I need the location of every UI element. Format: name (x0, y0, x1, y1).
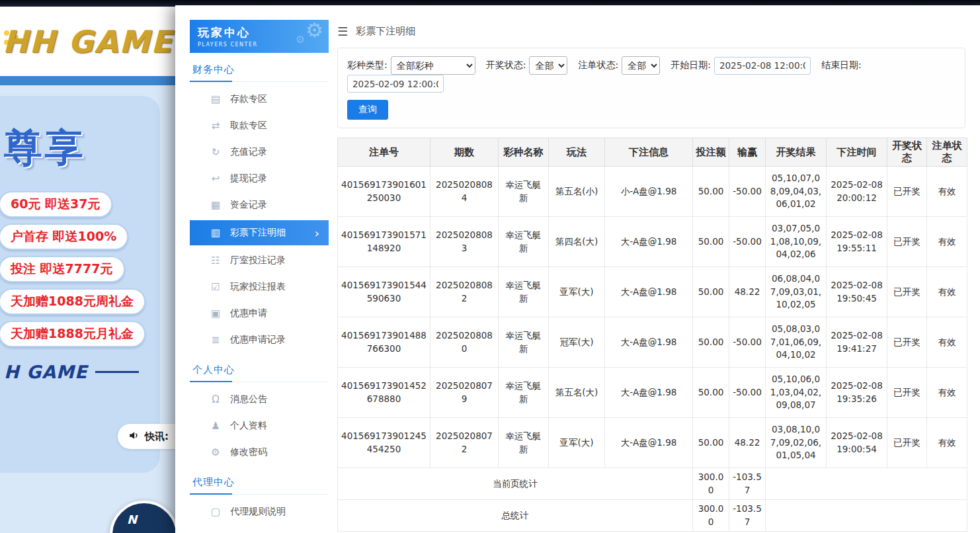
sidebar-item-lottery-bet-details[interactable]: ▥ 彩票下注明细 › (190, 220, 329, 245)
sidebar-item-deposit-zone[interactable]: ▤ 存款专区 (190, 86, 329, 112)
column-header: 彩种名称 (499, 138, 549, 167)
table-row: 401569173901601250030 20250208084 幸运飞艇新 … (338, 167, 967, 217)
cell-bet-status: 有效 (927, 267, 967, 317)
sidebar-item-label: 充值记录 (230, 146, 267, 158)
promo-banner: 尊享 60元 即送37元户首存 即送100%投注 即送7777元天加赠1088元… (0, 96, 160, 473)
cell-period: 20250208080 (430, 317, 499, 368)
end-date-label: 结束日期: (821, 60, 862, 71)
cell-draw-result: 03,08,10,07,09,02,06,01,05,04 (766, 418, 827, 468)
cell-win-loss: -50.00 (729, 317, 766, 368)
cell-bet-amount: 50.00 (693, 418, 729, 468)
draw-status-label: 开奖状态: (486, 60, 526, 71)
summary-win-loss: -103.57 (729, 468, 766, 500)
draw-status-select[interactable]: 全部 (529, 56, 567, 75)
search-button[interactable]: 查询 (347, 100, 388, 120)
promo-headline: 尊享 (4, 122, 160, 174)
cell-bet-info: 小-A盘@1.98 (605, 167, 693, 217)
sidebar-item-label: 个人资料 (230, 420, 267, 432)
bet-status-select[interactable]: 全部 (622, 56, 660, 75)
sidebar-item-player-bet-report[interactable]: ☑ 玩家投注报表 (190, 274, 329, 300)
gear-icon: ⚙ (210, 446, 222, 458)
cell-draw-result: 03,07,05,01,08,10,09,04,02,06 (766, 217, 827, 267)
summary-label: 当前页统计 (338, 468, 693, 500)
sidebar-item-agent-rules[interactable]: ▢ 代理规则说明 (190, 499, 329, 525)
news-label: 快讯: (145, 430, 169, 443)
sidebar-header: 玩家中心 PLAYERS CENTER ⚙ ⚙ (190, 20, 329, 53)
start-date-input[interactable] (714, 57, 811, 75)
sidebar-item-recharge-records[interactable]: ↻ 充值记录 (190, 139, 329, 165)
summary-bet-total: 300.00 (693, 500, 729, 532)
sidebar-item-funds-records[interactable]: ▦ 资金记录 (190, 192, 329, 218)
sidebar-item-profile[interactable]: ♟ 个人资料 (190, 413, 329, 439)
recharge-icon: ↻ (210, 146, 222, 158)
cell-bet-id: 401569173901544590630 (338, 267, 430, 317)
background-badge-circle: N (110, 501, 179, 533)
cell-bet-status: 有效 (927, 217, 967, 267)
cell-play-method: 亚军(大) (549, 418, 605, 468)
cell-bet-time: 2025-02-08 19:55:11 (827, 217, 887, 267)
page-title: 彩票下注明细 (356, 25, 415, 38)
brand-line: H GAME (4, 362, 160, 382)
cell-bet-info: 大-A盘@1.98 (605, 418, 693, 468)
cell-period: 20250208072 (430, 418, 499, 468)
document-icon: ▢ (210, 506, 222, 518)
cell-bet-amount: 50.00 (693, 368, 729, 418)
promo-icon: ▣ (210, 308, 222, 319)
content-header: ☰ 彩票下注明细 (337, 20, 965, 42)
sidebar-item-withdraw-zone[interactable]: ⇄ 取款专区 (190, 112, 329, 139)
speaker-icon (128, 430, 140, 444)
sidebar-item-agent-team-stats[interactable]: ▨ 代理团队统计 (190, 525, 329, 533)
sidebar-item-promo-apply[interactable]: ▣ 优惠申请 (190, 300, 329, 327)
summary-empty (766, 500, 967, 532)
lottery-type-select[interactable]: 全部彩种 (391, 56, 475, 75)
table-row: 401569173901488766300 20250208080 幸运飞艇新 … (338, 317, 967, 368)
sidebar-item-label: 厅室投注记录 (230, 255, 286, 266)
sidebar-item-label: 资金记录 (230, 199, 267, 211)
cell-bet-info: 大-A盘@1.98 (605, 317, 693, 368)
sidebar-item-change-password[interactable]: ⚙ 修改密码 (190, 439, 329, 466)
cell-draw-status: 已开奖 (887, 418, 927, 468)
cell-period: 20250208084 (430, 167, 499, 217)
table-row: 401569173901544590630 20250208082 幸运飞艇新 … (338, 267, 967, 317)
site-logo: HH GAME (3, 24, 173, 60)
cell-bet-id: 401569173901601250030 (338, 167, 430, 217)
column-header: 输赢 (729, 138, 766, 167)
table-row: 401569173901452678880 20250208079 幸运飞艇新 … (338, 368, 967, 418)
sidebar-item-label: 代理规则说明 (230, 506, 286, 518)
filter-panel: 彩种类型: 全部彩种 开奖状态: 全部 注单状态: 全部 开始日期: 结束日期: (337, 48, 965, 128)
column-header: 投注额 (693, 138, 729, 167)
sidebar-item-hall-bet-records[interactable]: ☷ 厅室投注记录 (190, 247, 329, 274)
cell-bet-time: 2025-02-08 19:35:26 (827, 368, 887, 418)
promo-pill-list: 60元 即送37元户首存 即送100%投注 即送7777元天加赠1088元周礼金… (0, 191, 160, 347)
cell-lottery-name: 幸运飞艇新 (499, 317, 549, 368)
brand-text: H GAME (4, 362, 87, 382)
promo-pill: 天加赠1088元周礼金 (0, 288, 145, 315)
deposit-icon: ▤ (210, 93, 222, 105)
menu-icon[interactable]: ☰ (337, 24, 348, 38)
cell-bet-time: 2025-02-08 20:00:12 (827, 167, 887, 217)
cell-bet-status: 有效 (927, 167, 967, 217)
lottery-type-label: 彩种类型: (347, 60, 388, 71)
promo-record-icon: ≣ (210, 334, 222, 346)
main-content: ☰ 彩票下注明细 彩种类型: 全部彩种 开奖状态: 全部 注单状态: 全部 (337, 20, 965, 518)
badge-letter: N (127, 512, 137, 526)
sidebar-item-label: 消息公告 (230, 393, 267, 405)
sidebar-item-withdraw-records[interactable]: ↩ 提现记录 (190, 165, 329, 192)
end-date-input[interactable] (347, 75, 444, 93)
sidebar-item-promo-apply-records[interactable]: ≣ 优惠申请记录 (190, 327, 329, 353)
summary-label: 总统计 (338, 500, 693, 532)
table-header-row: 注单号期数彩种名称玩法下注信息投注额输赢开奖结果下注时间开奖状态注单状态 (338, 138, 967, 167)
bet-details-icon: ▥ (210, 227, 222, 239)
withdraw-icon: ⇄ (210, 120, 222, 132)
cell-bet-id: 401569173901488766300 (338, 317, 430, 368)
cell-bet-status: 有效 (927, 317, 967, 368)
cell-win-loss: -50.00 (729, 368, 766, 418)
cell-win-loss: 48.22 (729, 267, 766, 317)
sidebar-item-messages[interactable]: Ω 消息公告 (190, 386, 329, 413)
sidebar-item-label: 优惠申请 (230, 308, 267, 319)
cell-bet-info: 大-A盘@1.98 (605, 368, 693, 418)
sidebar-item-label: 优惠申请记录 (230, 334, 286, 346)
bell-icon: Ω (210, 393, 222, 405)
cell-lottery-name: 幸运飞艇新 (499, 418, 549, 468)
sidebar-item-label: 彩票下注明细 (230, 227, 286, 239)
